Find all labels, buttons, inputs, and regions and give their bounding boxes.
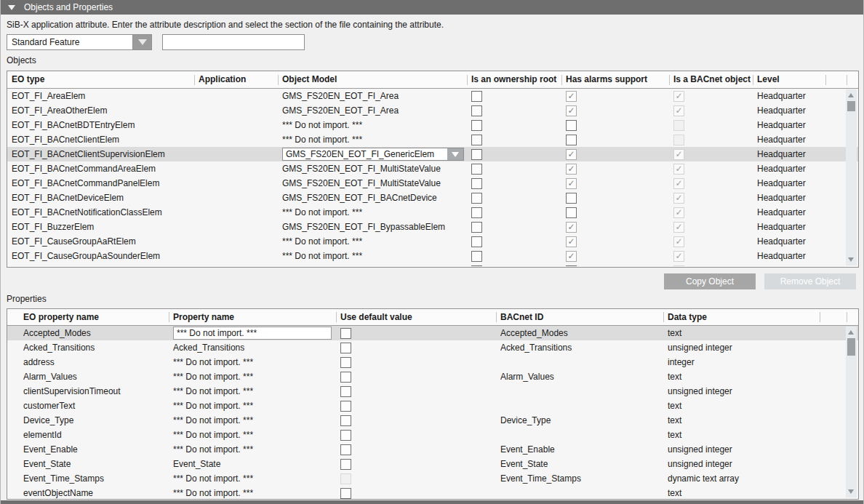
collapse-triangle-icon[interactable] xyxy=(8,5,15,10)
object-row[interactable]: EOT_FI_CauseGroupAaRtElem *** Do not imp… xyxy=(7,234,858,249)
alarms-support-checkbox[interactable] xyxy=(566,265,577,266)
object-model-combobox[interactable]: GMS_FS20EN_EOT_FI_GenericElem xyxy=(282,148,464,161)
object-row[interactable]: EOT_FI_AreaOtherElem GMS_FS20EN_EOT_FI_A… xyxy=(7,103,858,118)
property-row[interactable]: Accepted_Modes *** Do not import. *** Ac… xyxy=(7,326,858,340)
alarms-support-checkbox[interactable] xyxy=(566,135,577,145)
property-row[interactable]: Event_Time_Stamps *** Do not import. ***… xyxy=(7,471,858,486)
object-model-combobox-value: GMS_FS20EN_EOT_FI_GenericElem xyxy=(283,148,447,160)
ownership-root-checkbox[interactable] xyxy=(471,236,482,247)
alarms-support-checkbox[interactable]: ✓ xyxy=(566,178,577,189)
column-header-is-an-ownership-root[interactable]: Is an ownership root xyxy=(467,71,561,88)
ownership-root-checkbox[interactable] xyxy=(471,193,482,204)
object-row[interactable]: EOT_FI_BACnetClientSupervisionElem GMS_F… xyxy=(7,147,858,161)
alarms-support-checkbox[interactable]: ✓ xyxy=(566,164,577,175)
use-default-value-checkbox[interactable] xyxy=(340,488,351,499)
alarms-support-checkbox[interactable] xyxy=(566,120,577,131)
property-name-cell: *** Do not import. *** xyxy=(169,399,336,413)
alarms-support-checkbox[interactable]: ✓ xyxy=(566,251,577,262)
column-header-use-default-value[interactable]: Use default value xyxy=(336,309,496,325)
use-default-value-checkbox[interactable] xyxy=(340,444,351,455)
use-default-value-checkbox[interactable] xyxy=(340,328,351,339)
alarms-support-checkbox[interactable]: ✓ xyxy=(566,91,577,102)
objects-scrollbar[interactable] xyxy=(846,89,857,265)
scroll-up-arrow-icon[interactable] xyxy=(846,90,857,100)
remove-object-button[interactable]: Remove Object xyxy=(764,273,856,289)
column-header-property-name[interactable]: Property name xyxy=(169,309,336,325)
check-mark-icon: ✓ xyxy=(675,209,682,217)
object-row[interactable]: EOT_FI_BACnetBDTEntryElem *** Do not imp… xyxy=(7,118,858,132)
column-header-data-type[interactable]: Data type xyxy=(663,309,820,325)
alarms-support-checkbox[interactable] xyxy=(566,207,577,218)
alarms-support-checkbox[interactable]: ✓ xyxy=(566,222,577,233)
property-row[interactable]: Event_Enable *** Do not import. *** Even… xyxy=(7,442,858,457)
use-default-value-checkbox[interactable] xyxy=(340,459,351,470)
scroll-down-arrow-icon[interactable] xyxy=(846,487,857,497)
property-name-input[interactable]: *** Do not import. *** xyxy=(173,327,332,340)
scroll-thumb[interactable] xyxy=(847,101,855,111)
use-default-value-checkbox[interactable] xyxy=(340,401,351,412)
use-default-value-checkbox[interactable] xyxy=(340,343,351,353)
object-row[interactable]: EOT_FI_CauseGroupAaSounderElem *** Do no… xyxy=(7,249,858,263)
chevron-down-icon[interactable] xyxy=(132,35,151,49)
property-row[interactable]: Alarm_Values *** Do not import. *** Alar… xyxy=(7,369,858,384)
attribute-description-input[interactable] xyxy=(162,34,305,50)
object-row[interactable]: EOT_FI_AreaElem GMS_FS20EN_EOT_FI_Area ✓… xyxy=(7,89,858,103)
property-row[interactable]: Acked_Transitions Acked_Transitions Acke… xyxy=(7,340,858,355)
object-row[interactable]: EOT_FI_BACnetNotificationClassElem *** D… xyxy=(7,205,858,220)
use-default-value-checkbox[interactable] xyxy=(340,372,351,383)
object-row[interactable] xyxy=(7,263,858,266)
object-row[interactable]: EOT_FI_BACnetCommandAreaElem GMS_FS20EN_… xyxy=(7,161,858,176)
check-mark-icon: ✓ xyxy=(567,180,575,188)
ownership-root-checkbox[interactable] xyxy=(471,164,482,175)
alarms-support-checkbox[interactable]: ✓ xyxy=(566,105,577,116)
column-header-has-alarms-support[interactable]: Has alarms support xyxy=(561,71,669,88)
ownership-root-checkbox[interactable] xyxy=(471,251,482,262)
alarms-support-checkbox[interactable]: ✓ xyxy=(566,149,577,160)
chevron-down-icon[interactable] xyxy=(447,148,463,160)
object-row[interactable]: EOT_FI_BuzzerElem GMS_FS20EN_EOT_FI_Bypa… xyxy=(7,220,858,234)
properties-scrollbar[interactable] xyxy=(846,327,857,497)
next-section-bar[interactable] xyxy=(1,500,863,504)
object-model-cell: *** Do not import. *** xyxy=(278,234,467,249)
object-row[interactable]: EOT_FI_BACnetCommandPanelElem GMS_FS20EN… xyxy=(7,176,858,191)
ownership-root-checkbox[interactable] xyxy=(471,222,482,233)
ownership-root-checkbox[interactable] xyxy=(471,120,482,131)
ownership-root-checkbox[interactable] xyxy=(471,135,482,145)
ownership-root-checkbox[interactable] xyxy=(471,149,482,160)
ownership-root-checkbox[interactable] xyxy=(471,91,482,102)
property-row[interactable]: Event_State Event_State Event_State unsi… xyxy=(7,457,858,471)
copy-object-button[interactable]: Copy Object xyxy=(664,273,756,289)
column-header-bacnet-id[interactable]: BACnet ID xyxy=(496,309,663,325)
use-default-value-checkbox[interactable] xyxy=(340,430,351,441)
scroll-up-arrow-icon[interactable] xyxy=(846,327,857,337)
property-row[interactable]: Device_Type *** Do not import. *** Devic… xyxy=(7,413,858,428)
use-default-value-checkbox[interactable] xyxy=(340,357,351,368)
ownership-root-checkbox[interactable] xyxy=(471,265,482,266)
feature-dropdown[interactable]: Standard Feature xyxy=(7,34,152,50)
property-row[interactable]: customerText *** Do not import. *** text xyxy=(7,399,858,413)
column-header-eo-type[interactable]: EO type xyxy=(7,71,194,88)
object-row[interactable]: EOT_FI_BACnetClientElem *** Do not impor… xyxy=(7,132,858,147)
column-header-application[interactable]: Application xyxy=(194,71,278,88)
column-header-level[interactable]: Level xyxy=(753,71,825,88)
property-row[interactable]: address *** Do not import. *** integer xyxy=(7,355,858,369)
check-mark-icon: ✓ xyxy=(675,92,682,100)
column-header-object-model[interactable]: Object Model xyxy=(278,71,467,88)
object-row[interactable]: EOT_FI_BACnetDeviceElem GMS_FS20EN_EOT_F… xyxy=(7,191,858,205)
scroll-thumb[interactable] xyxy=(847,338,855,356)
column-header-eo-property-name[interactable]: EO property name xyxy=(7,309,169,325)
ownership-root-checkbox[interactable] xyxy=(471,105,482,116)
object-model-cell: GMS_FS20EN_EOT_FI_MultiStateValue xyxy=(278,176,467,191)
ownership-root-checkbox[interactable] xyxy=(471,178,482,189)
ownership-root-checkbox[interactable] xyxy=(471,207,482,218)
section-header-bar[interactable]: Objects and Properties xyxy=(1,0,863,15)
column-header-is-a-bacnet-object[interactable]: Is a BACnet object xyxy=(669,71,753,88)
property-row[interactable]: clientSupervisionTimeout *** Do not impo… xyxy=(7,384,858,399)
use-default-value-checkbox[interactable] xyxy=(340,415,351,426)
property-row[interactable]: elementId *** Do not import. *** text xyxy=(7,428,858,442)
scroll-down-arrow-icon[interactable] xyxy=(846,255,857,265)
alarms-support-checkbox[interactable]: ✓ xyxy=(566,236,577,247)
use-default-value-checkbox[interactable] xyxy=(340,386,351,397)
property-row[interactable]: eventObjectName *** Do not import. *** t… xyxy=(7,486,858,499)
alarms-support-checkbox[interactable] xyxy=(566,193,577,204)
